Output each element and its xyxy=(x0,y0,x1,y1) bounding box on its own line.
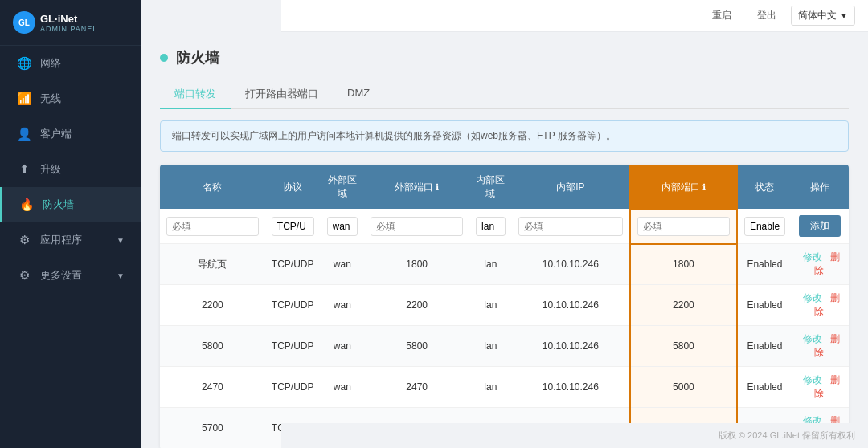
row3-int-zone: lan xyxy=(469,326,512,367)
int-zone-select[interactable]: lan xyxy=(476,217,506,236)
status-select[interactable]: Enable Disable xyxy=(744,217,785,236)
sidebar-label-upgrade: 升级 xyxy=(40,162,61,177)
table-row: 2470 TCP/UDP wan 2470 lan 10.10.10.246 5… xyxy=(160,367,849,408)
row2-ext-port: 2200 xyxy=(364,285,469,326)
tab-dmz[interactable]: DMZ xyxy=(333,80,384,109)
protocol-select[interactable]: TCP/U TCP UDP xyxy=(272,217,314,236)
tab-port-forward[interactable]: 端口转发 xyxy=(160,80,231,109)
upgrade-icon: ⬆ xyxy=(16,162,32,177)
sidebar-label-firewall: 防火墙 xyxy=(43,198,74,212)
title-dot xyxy=(160,54,168,62)
ext-zone-select[interactable]: wan xyxy=(327,217,358,236)
row4-ext-port: 2470 xyxy=(364,367,469,408)
sidebar-item-wireless[interactable]: 📶 无线 xyxy=(0,81,141,116)
row1-actions: 修改 删除 xyxy=(792,244,849,285)
row3-int-port: 5800 xyxy=(630,326,737,367)
row2-protocol: TCP/UDP xyxy=(265,285,321,326)
th-status: 状态 xyxy=(737,165,792,209)
admin-panel-label: ADMIN PANEL xyxy=(40,25,97,33)
row4-name: 2470 xyxy=(160,367,265,408)
logo-icon: GL xyxy=(13,11,35,34)
th-action: 操作 xyxy=(792,165,849,209)
input-int-zone-cell[interactable]: lan xyxy=(469,209,512,244)
row1-edit-link[interactable]: 修改 xyxy=(803,251,822,263)
row4-int-ip: 10.10.10.246 xyxy=(512,367,630,408)
input-row: TCP/U TCP UDP wan xyxy=(160,209,849,244)
lang-label: 简体中文 xyxy=(798,9,837,22)
row2-name: 2200 xyxy=(160,285,265,326)
row3-name: 5800 xyxy=(160,326,265,367)
table-row: 2200 TCP/UDP wan 2200 lan 10.10.10.246 2… xyxy=(160,285,849,326)
int-port-input[interactable] xyxy=(637,217,730,236)
page-title: 防火墙 xyxy=(176,48,219,67)
add-button[interactable]: 添加 xyxy=(799,215,841,237)
int-ip-input[interactable] xyxy=(518,217,623,236)
row4-int-port: 5000 xyxy=(630,367,737,408)
row3-status: Enabled xyxy=(737,326,792,367)
row2-int-port: 2200 xyxy=(630,285,737,326)
row3-protocol: TCP/UDP xyxy=(265,326,321,367)
row1-status: Enabled xyxy=(737,244,792,285)
row1-name: 导航页 xyxy=(160,244,265,285)
name-input[interactable] xyxy=(166,217,259,236)
sidebar-item-apps[interactable]: ⚙ 应用程序 ▼ xyxy=(0,222,141,258)
firewall-table: 名称 协议 外部区域 外部端口 ℹ 内部区域 内部IP 内部端口 ℹ 状态 操作 xyxy=(160,165,849,448)
sidebar-label-apps: 应用程序 xyxy=(40,233,82,247)
sidebar-label-more: 更多设置 xyxy=(40,268,82,283)
row2-edit-link[interactable]: 修改 xyxy=(803,292,822,303)
lang-arrow-icon: ▼ xyxy=(840,11,848,20)
row2-status: Enabled xyxy=(737,285,792,326)
ext-port-input[interactable] xyxy=(371,217,463,236)
sidebar-label-clients: 客户端 xyxy=(40,127,72,141)
input-ext-zone-cell[interactable]: wan xyxy=(321,209,365,244)
th-int-port: 内部端口 ℹ xyxy=(630,165,737,209)
logout-button[interactable]: 登出 xyxy=(751,6,783,26)
topbar: 重启 登出 简体中文 ▼ xyxy=(281,0,868,32)
row2-int-zone: lan xyxy=(469,285,512,326)
input-int-port-cell[interactable] xyxy=(630,209,737,244)
firewall-icon: 🔥 xyxy=(18,198,35,212)
row3-ext-port: 5800 xyxy=(364,326,469,367)
tabs: 端口转发 打开路由器端口 DMZ xyxy=(160,80,849,109)
logo-text: GL·iNet xyxy=(40,13,97,25)
network-icon: 🌐 xyxy=(16,56,32,71)
sidebar-item-clients[interactable]: 👤 客户端 xyxy=(0,116,141,152)
language-select[interactable]: 简体中文 ▼ xyxy=(791,6,855,26)
sidebar: GL GL·iNet ADMIN PANEL 🌐 网络 📶 无线 👤 客户端 ⬆… xyxy=(0,0,141,448)
tab-open-router-port[interactable]: 打开路由器端口 xyxy=(231,80,333,109)
sidebar-item-firewall[interactable]: 🔥 防火墙 xyxy=(0,187,141,222)
row3-edit-link[interactable]: 修改 xyxy=(803,333,822,344)
row5-name: 5700 xyxy=(160,408,265,449)
table-row: 5800 TCP/UDP wan 5800 lan 10.10.10.246 5… xyxy=(160,326,849,367)
row4-protocol: TCP/UDP xyxy=(265,367,321,408)
input-int-ip-cell[interactable] xyxy=(512,209,630,244)
input-status-cell[interactable]: Enable Disable xyxy=(737,209,792,244)
apps-arrow: ▼ xyxy=(117,236,125,245)
restart-button[interactable]: 重启 xyxy=(706,6,738,26)
row4-edit-link[interactable]: 修改 xyxy=(803,374,822,385)
input-name-cell[interactable] xyxy=(160,209,265,244)
page-title-row: 防火墙 xyxy=(160,48,849,67)
input-ext-port-cell[interactable] xyxy=(364,209,469,244)
sidebar-item-more[interactable]: ⚙ 更多设置 ▼ xyxy=(0,258,141,293)
wireless-icon: 📶 xyxy=(16,92,32,106)
th-name: 名称 xyxy=(160,165,265,209)
add-btn-cell[interactable]: 添加 xyxy=(792,209,849,244)
row1-int-port: 1800 xyxy=(630,244,737,285)
row4-ext-zone: wan xyxy=(321,367,365,408)
logo-area: GL GL·iNet ADMIN PANEL xyxy=(13,11,97,34)
sidebar-logo: GL GL·iNet ADMIN PANEL xyxy=(0,0,141,46)
row2-actions: 修改 删除 xyxy=(792,285,849,326)
th-int-zone: 内部区域 xyxy=(469,165,512,209)
th-ext-zone: 外部区域 xyxy=(321,165,365,209)
table-row: 导航页 TCP/UDP wan 1800 lan 10.10.10.246 18… xyxy=(160,244,849,285)
row3-actions: 修改 删除 xyxy=(792,326,849,367)
input-protocol-cell[interactable]: TCP/U TCP UDP xyxy=(265,209,321,244)
th-protocol: 协议 xyxy=(265,165,321,209)
row3-int-ip: 10.10.10.246 xyxy=(512,326,630,367)
sidebar-item-upgrade[interactable]: ⬆ 升级 xyxy=(0,152,141,187)
th-ext-port: 外部端口 ℹ xyxy=(364,165,469,209)
sidebar-item-network[interactable]: 🌐 网络 xyxy=(0,46,141,81)
row1-protocol: TCP/UDP xyxy=(265,244,321,285)
row1-ext-zone: wan xyxy=(321,244,365,285)
